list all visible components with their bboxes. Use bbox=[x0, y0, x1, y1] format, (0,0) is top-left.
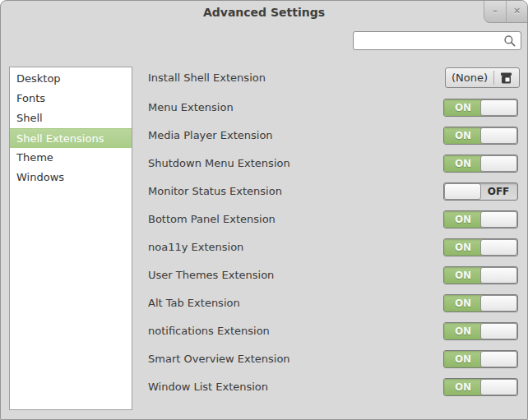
toggle-state-label: ON bbox=[444, 239, 482, 256]
setting-label: Alt Tab Extension bbox=[148, 294, 240, 312]
toggle-state-label: ON bbox=[444, 295, 482, 312]
toggle-handle[interactable] bbox=[480, 351, 517, 367]
toggle-alt-tab-extension[interactable]: ON bbox=[443, 294, 518, 312]
toggle-state-label: ON bbox=[444, 211, 482, 228]
toggle-noa11y-extension[interactable]: ON bbox=[443, 238, 518, 256]
toggle-state-label: ON bbox=[444, 155, 482, 172]
setting-label: notifications Extension bbox=[148, 322, 270, 340]
setting-label: Bottom Panel Extension bbox=[148, 210, 276, 228]
toggle-handle[interactable] bbox=[480, 127, 517, 144]
browse-file-icon bbox=[500, 72, 513, 85]
setting-label: Smart Overview Extension bbox=[148, 350, 290, 368]
toggle-bottom-panel-extension[interactable]: ON bbox=[443, 210, 518, 228]
setting-row: Alt Tab ExtensionON bbox=[148, 294, 527, 312]
toggle-handle[interactable] bbox=[480, 267, 517, 284]
divider bbox=[493, 71, 494, 85]
toggle-handle[interactable] bbox=[480, 211, 517, 228]
toggle-media-player-extension[interactable]: ON bbox=[443, 127, 518, 145]
toggle-state-label: ON bbox=[444, 99, 482, 116]
setting-row: Install Shell Extension(None) bbox=[148, 67, 527, 88]
setting-row: Menu ExtensionON bbox=[148, 99, 527, 117]
settings-panel: Install Shell Extension(None) Menu Exten… bbox=[1, 1, 527, 419]
toggle-handle[interactable] bbox=[480, 323, 517, 339]
setting-label: noa11y Extension bbox=[148, 238, 243, 256]
setting-label: Window List Extension bbox=[148, 378, 268, 396]
toggle-state-label: ON bbox=[444, 379, 482, 395]
setting-label: Menu Extension bbox=[148, 99, 234, 117]
toggle-handle[interactable] bbox=[480, 295, 517, 312]
toggle-state-label: ON bbox=[444, 127, 482, 144]
setting-label: User Themes Extension bbox=[148, 266, 274, 284]
toggle-state-label: OFF bbox=[479, 183, 517, 200]
setting-label: Monitor Status Extension bbox=[148, 182, 282, 201]
toggle-monitor-status-extension[interactable]: OFF bbox=[443, 182, 518, 201]
toggle-handle[interactable] bbox=[480, 239, 517, 256]
toggle-handle[interactable] bbox=[444, 183, 481, 200]
setting-row: Media Player ExtensionON bbox=[148, 127, 527, 145]
setting-row: Monitor Status ExtensionOFF bbox=[148, 182, 527, 201]
toggle-shutdown-menu-extension[interactable]: ON bbox=[443, 155, 518, 173]
toggle-menu-extension[interactable]: ON bbox=[443, 99, 518, 117]
toggle-handle[interactable] bbox=[480, 155, 517, 172]
advanced-settings-window: Advanced Settings – ✕ DesktopFontsShellS… bbox=[0, 0, 528, 420]
setting-label: Media Player Extension bbox=[148, 127, 273, 145]
setting-row: Window List ExtensionON bbox=[148, 378, 527, 396]
setting-label: Shutdown Menu Extension bbox=[148, 155, 290, 173]
file-chooser-value: (None) bbox=[452, 72, 493, 84]
install-extension-file-button[interactable]: (None) bbox=[445, 67, 520, 88]
toggle-state-label: ON bbox=[444, 351, 482, 367]
toggle-window-list-extension[interactable]: ON bbox=[443, 378, 518, 396]
setting-row: Shutdown Menu ExtensionON bbox=[148, 155, 527, 173]
toggle-smart-overview-extension[interactable]: ON bbox=[443, 350, 518, 368]
toggle-user-themes-extension[interactable]: ON bbox=[443, 266, 518, 284]
toggle-state-label: ON bbox=[444, 267, 482, 284]
setting-label: Install Shell Extension bbox=[148, 67, 266, 88]
toggle-handle[interactable] bbox=[480, 379, 517, 395]
setting-row: Bottom Panel ExtensionON bbox=[148, 210, 527, 228]
toggle-state-label: ON bbox=[444, 323, 482, 339]
setting-row: noa11y ExtensionON bbox=[148, 238, 527, 256]
setting-row: User Themes ExtensionON bbox=[148, 266, 527, 284]
setting-row: Smart Overview ExtensionON bbox=[148, 350, 527, 368]
toggle-handle[interactable] bbox=[480, 99, 517, 116]
setting-row: notifications ExtensionON bbox=[148, 322, 527, 340]
toggle-notifications-extension[interactable]: ON bbox=[443, 322, 518, 340]
